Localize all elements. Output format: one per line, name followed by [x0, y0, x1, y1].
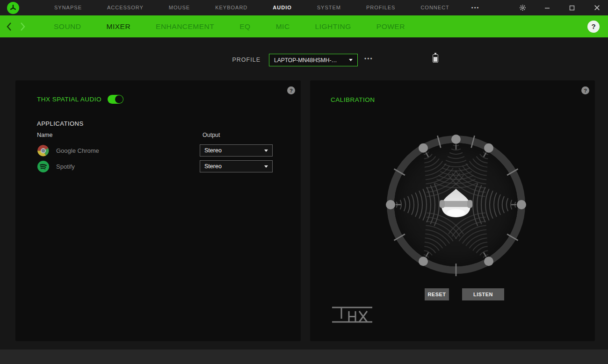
maximize-icon[interactable]: [568, 4, 576, 12]
menu-item-profiles[interactable]: PROFILES: [354, 0, 408, 15]
applications-title: APPLICATIONS: [37, 120, 84, 127]
profile-more-icon[interactable]: •••: [364, 56, 373, 62]
titlebar: SYNAPSE ACCESSORY MOUSE KEYBOARD AUDIO S…: [0, 0, 608, 15]
reset-button[interactable]: RESET: [425, 288, 449, 300]
toggle-knob: [115, 95, 123, 103]
output-dropdown-chrome[interactable]: Stereo: [200, 144, 273, 157]
subnav-tabs: SOUND MIXER ENHANCEMENT EQ MIC LIGHTING …: [41, 15, 418, 37]
menu-item-system[interactable]: SYSTEM: [304, 0, 354, 15]
battery-icon[interactable]: [433, 54, 438, 63]
tab-eq[interactable]: EQ: [227, 15, 263, 37]
tab-lighting[interactable]: LIGHTING: [303, 15, 364, 37]
tab-power[interactable]: POWER: [364, 15, 418, 37]
menu-item-connect[interactable]: CONNECT: [408, 0, 462, 15]
menu-item-synapse[interactable]: SYNAPSE: [42, 0, 94, 15]
gear-icon[interactable]: [519, 4, 526, 12]
profile-dropdown[interactable]: LAPTOP-MN48HSMH-…: [269, 54, 358, 66]
back-chevron-icon[interactable]: [4, 15, 14, 37]
chevron-down-icon: [264, 150, 268, 152]
menu-item-mouse[interactable]: MOUSE: [156, 0, 203, 15]
output-dropdown-spotify[interactable]: Stereo: [200, 160, 273, 172]
thx-spatial-audio-panel: ? THX SPATIAL AUDIO APPLICATIONS Name Ou…: [15, 80, 301, 341]
thx-logo: [332, 306, 372, 324]
menu-overflow-icon[interactable]: •••: [462, 0, 489, 15]
column-header-name: Name: [37, 132, 52, 138]
razer-logo-icon[interactable]: [7, 2, 19, 14]
profile-label: PROFILE: [206, 57, 261, 63]
tab-mixer[interactable]: MIXER: [94, 15, 143, 37]
calibration-panel: ? CALIBRATION RESET LISTEN: [310, 80, 595, 341]
chevron-down-icon: [349, 59, 353, 61]
menu-item-accessory[interactable]: ACCESSORY: [94, 0, 156, 15]
menu-item-keyboard[interactable]: KEYBOARD: [203, 0, 260, 15]
app-name: Spotify: [56, 163, 75, 170]
calibration-title: CALIBRATION: [331, 96, 375, 103]
spotify-icon: [37, 160, 50, 173]
help-icon[interactable]: ?: [587, 21, 600, 33]
table-row: Spotify Stereo: [37, 159, 280, 173]
panel-help-icon[interactable]: ?: [287, 86, 295, 94]
forward-chevron-icon[interactable]: [18, 15, 28, 37]
calibration-widget[interactable]: [376, 125, 536, 284]
titlebar-menu: SYNAPSE ACCESSORY MOUSE KEYBOARD AUDIO S…: [42, 0, 489, 15]
tab-mic[interactable]: MIC: [263, 15, 303, 37]
table-row: Google Chrome Stereo: [37, 143, 280, 157]
column-header-output: Output: [203, 132, 220, 138]
profile-dropdown-value: LAPTOP-MN48HSMH-…: [274, 57, 349, 64]
chrome-icon: [37, 144, 50, 157]
panel-help-icon[interactable]: ?: [581, 86, 589, 94]
thx-spatial-audio-title: THX SPATIAL AUDIO: [37, 96, 101, 103]
footer-bar: [0, 350, 608, 364]
subnav: SOUND MIXER ENHANCEMENT EQ MIC LIGHTING …: [0, 15, 608, 37]
menu-item-audio[interactable]: AUDIO: [260, 0, 304, 15]
tab-enhancement[interactable]: ENHANCEMENT: [143, 15, 227, 37]
output-dropdown-value: Stereo: [204, 147, 264, 154]
output-dropdown-value: Stereo: [204, 163, 264, 170]
app-name: Google Chrome: [56, 147, 99, 154]
thx-spatial-audio-toggle[interactable]: [108, 95, 123, 104]
close-icon[interactable]: [593, 4, 601, 12]
chevron-down-icon: [264, 165, 268, 168]
tab-sound[interactable]: SOUND: [41, 15, 94, 37]
minimize-icon[interactable]: [543, 4, 551, 12]
window-controls: [519, 4, 601, 12]
listen-button[interactable]: LISTEN: [462, 288, 504, 300]
